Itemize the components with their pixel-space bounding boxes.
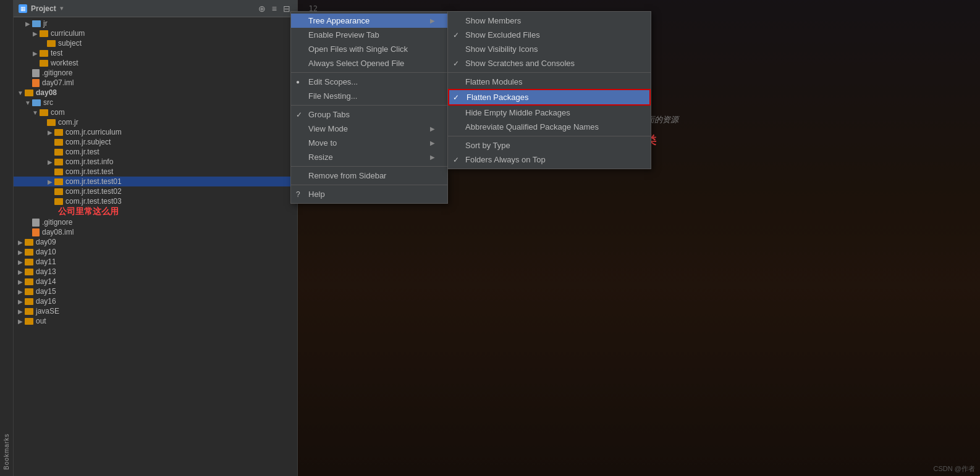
- file-icon: [32, 69, 40, 77]
- menu-item-show-scratches[interactable]: Show Scratches and Consoles: [448, 56, 651, 70]
- tree-item[interactable]: ▶ com.jr.test.test02: [14, 186, 297, 196]
- menu-item-label: Show Scratches and Consoles: [465, 59, 575, 68]
- menu-item-label: Show Members: [465, 16, 521, 25]
- tree-item[interactable]: ▶ day15: [14, 286, 297, 296]
- tree-item[interactable]: ▼ day08: [14, 88, 297, 98]
- tree-item[interactable]: ▶ com.jr.curriculum: [14, 127, 297, 137]
- tree-item[interactable]: ▼ src: [14, 98, 297, 107]
- tree-item-label: javaSE: [36, 307, 59, 315]
- menu-item-label: Enable Preview Tab: [308, 30, 379, 40]
- tree-item-label: com: [51, 108, 65, 117]
- menu-item-label: Group Tabs: [308, 110, 350, 119]
- tree-item-label: day08: [36, 88, 57, 97]
- menu-item-flatten-modules[interactable]: Flatten Modules: [448, 75, 651, 89]
- tree-item[interactable]: ▶ out: [14, 316, 297, 326]
- tree-item[interactable]: ▶ com.jr.test.info: [14, 157, 297, 167]
- folder-icon: [25, 249, 33, 256]
- panel-controls: ⊕ ≡ ⊟: [256, 4, 292, 14]
- tree-item[interactable]: ▶ javaSE: [14, 306, 297, 316]
- locate-btn[interactable]: ⊕: [256, 4, 268, 14]
- menu-item-view-mode[interactable]: View Mode ▶: [291, 122, 447, 136]
- menu-item-label: Move to: [308, 138, 337, 148]
- tree-item[interactable]: ▶ .gitignore: [14, 217, 297, 227]
- tree-item-label: com.jr.test: [65, 148, 99, 156]
- folder-icon: [25, 318, 33, 325]
- menu-item-label: Always Select Opened File: [308, 59, 404, 68]
- tree-item[interactable]: ▶ test: [14, 48, 297, 58]
- folder-icon: [47, 119, 56, 126]
- menu-item-label: Edit Scopes...: [308, 77, 358, 86]
- folder-icon: [54, 149, 63, 156]
- menu-item-sort-by-type[interactable]: Sort by Type: [448, 138, 651, 152]
- tree-item-label: day10: [36, 248, 56, 256]
- sidebar-strip: Bookmarks: [0, 0, 14, 476]
- menu-item-move-to[interactable]: Move to ▶: [291, 136, 447, 150]
- menu-item-group-tabs[interactable]: Group Tabs: [291, 107, 447, 122]
- menu-item-enable-preview[interactable]: Enable Preview Tab: [291, 28, 447, 42]
- folder-icon: [54, 169, 63, 175]
- bookmarks-label: Bookmarks: [3, 433, 10, 470]
- tree-item[interactable]: ▶ .gitignore: [14, 68, 297, 78]
- menu-item-label: Open Files with Single Click: [308, 44, 408, 54]
- tree-item[interactable]: ▶ day14: [14, 277, 297, 286]
- menu-item-hide-empty[interactable]: Hide Empty Middle Packages: [448, 106, 651, 120]
- menu-item-edit-scopes[interactable]: Edit Scopes...: [291, 75, 447, 89]
- folder-icon: [32, 99, 41, 106]
- arrow-icon: ▶: [16, 269, 25, 275]
- menu-item-remove-sidebar[interactable]: Remove from Sidebar: [291, 169, 447, 183]
- tree-item-label: day14: [36, 277, 56, 286]
- tree-item-label: .gitignore: [42, 218, 72, 227]
- menu-item-help[interactable]: ? Help: [291, 187, 447, 201]
- tree-item[interactable]: ▶ day07.iml: [14, 78, 297, 88]
- tree-item-label: test: [51, 49, 62, 57]
- tree-item-label: com.jr.test.test: [65, 167, 113, 176]
- tree-item-label: .gitignore: [42, 69, 72, 77]
- submenu-arrow-icon: ▶: [430, 154, 435, 161]
- tree-item[interactable]: ▶ com.jr.test.test01: [14, 177, 297, 186]
- menu-item-show-members[interactable]: Show Members: [448, 14, 651, 28]
- tree-item[interactable]: ▶ day11: [14, 257, 297, 267]
- menu-item-always-select[interactable]: Always Select Opened File: [291, 56, 447, 70]
- file-icon: [32, 219, 40, 227]
- menu-item-show-visibility[interactable]: Show Visibility Icons: [448, 42, 651, 56]
- tree-item[interactable]: ▶ com.jr: [14, 117, 297, 127]
- tree-item[interactable]: ▶ day08.iml: [14, 227, 297, 237]
- tree-item[interactable]: ▶ subject: [14, 38, 297, 48]
- tree-item[interactable]: ▼ com: [14, 107, 297, 117]
- menu-item-open-single-click[interactable]: Open Files with Single Click: [291, 42, 447, 56]
- tree-item[interactable]: ▶ com.jr.test.test: [14, 167, 297, 177]
- sort-btn[interactable]: ≡: [270, 4, 279, 14]
- tree-item[interactable]: ▶ day09: [14, 237, 297, 247]
- tree-item[interactable]: ▶ jr: [14, 19, 297, 28]
- tree-item[interactable]: ▶ day10: [14, 247, 297, 257]
- menu-item-abbreviate[interactable]: Abbreviate Qualified Package Names: [448, 120, 651, 134]
- panel-dropdown-icon[interactable]: ▾: [60, 4, 64, 12]
- menu-item-folders-on-top[interactable]: Folders Always on Top: [448, 152, 651, 167]
- tree-item[interactable]: ▶ com.jr.subject: [14, 137, 297, 147]
- arrow-icon: ▶: [23, 20, 32, 27]
- menu-item-show-excluded[interactable]: Show Excluded Files: [448, 28, 651, 42]
- submenu-arrow-icon: ▶: [430, 17, 435, 24]
- tree-item[interactable]: ▶ com.jr.test: [14, 147, 297, 157]
- tree-item-label: worktest: [51, 59, 78, 67]
- menu-item-resize[interactable]: Resize ▶: [291, 150, 447, 164]
- tree-item-label: com.jr.test.test02: [65, 187, 122, 196]
- file-tree: ▶ jr ▶ curriculum ▶ subject ▶ test: [14, 17, 297, 476]
- menu-item-flatten-packages[interactable]: Flatten Packages: [448, 89, 651, 106]
- tree-item[interactable]: ▶ day13: [14, 267, 297, 277]
- folder-icon: [25, 269, 33, 275]
- arrow-icon: ▼: [31, 109, 40, 116]
- tree-item[interactable]: ▶ com.jr.test.test03: [14, 196, 297, 206]
- tree-item[interactable]: ▶ day16: [14, 296, 297, 306]
- context-menu-level1: Tree Appearance ▶ Enable Preview Tab Ope…: [290, 11, 448, 204]
- arrow-icon: ▶: [16, 249, 25, 256]
- folder-icon: [54, 198, 63, 205]
- arrow-icon: ▶: [16, 288, 25, 295]
- arrow-icon: ▶: [16, 239, 25, 246]
- folder-icon: [25, 259, 33, 265]
- menu-item-file-nesting[interactable]: File Nesting...: [291, 89, 447, 103]
- folder-icon: [54, 188, 63, 195]
- menu-item-tree-appearance[interactable]: Tree Appearance ▶: [291, 14, 447, 28]
- tree-item[interactable]: ▶ worktest: [14, 58, 297, 68]
- tree-item[interactable]: ▶ curriculum: [14, 28, 297, 38]
